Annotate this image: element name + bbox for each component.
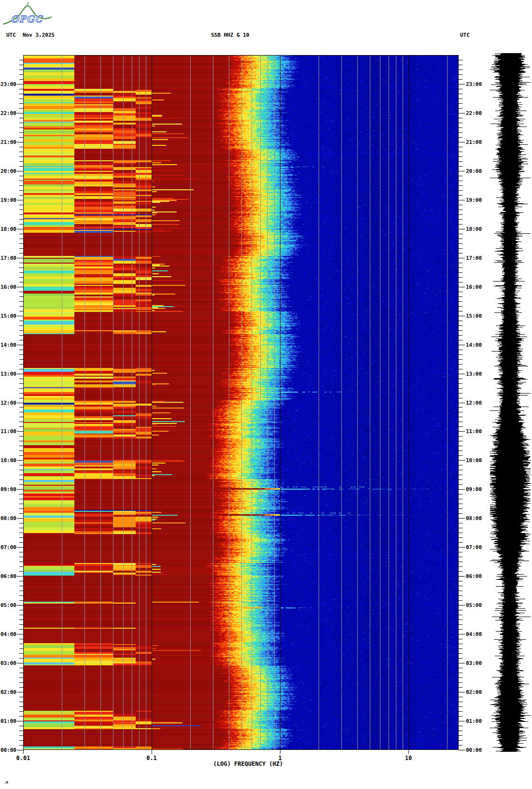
left-minor-tick: [19, 161, 23, 162]
left-major-tick: [17, 113, 23, 113]
right-major-tick: [459, 142, 465, 142]
left-major-tick: [17, 229, 23, 229]
right-minor-tick: [459, 668, 462, 668]
utc-label-left: UTC: [6, 32, 16, 38]
right-hour-label: 18:00: [466, 226, 482, 232]
left-minor-tick: [19, 682, 23, 683]
right-minor-tick: [459, 166, 462, 167]
left-minor-tick: [19, 706, 23, 707]
left-minor-tick: [19, 330, 23, 331]
right-hour-label: 17:00: [466, 255, 482, 261]
left-minor-tick: [19, 350, 23, 350]
right-minor-tick: [459, 557, 462, 557]
left-minor-tick: [19, 321, 23, 321]
right-major-tick: [459, 576, 465, 577]
left-minor-tick: [19, 243, 23, 244]
left-minor-tick: [19, 417, 23, 417]
right-minor-tick: [459, 219, 462, 220]
left-minor-tick: [19, 263, 23, 263]
right-minor-tick: [459, 210, 462, 210]
left-hour-label: 14:00: [0, 342, 16, 348]
right-minor-tick: [459, 706, 462, 707]
left-major-tick: [17, 142, 23, 142]
left-minor-tick: [19, 176, 23, 176]
left-hour-label: 00:00: [0, 747, 16, 753]
left-minor-tick: [19, 504, 23, 504]
left-minor-tick: [19, 185, 23, 186]
right-minor-tick: [459, 383, 462, 384]
left-minor-tick: [19, 272, 23, 273]
left-minor-tick: [19, 451, 23, 451]
left-minor-tick: [19, 745, 23, 746]
left-minor-tick: [19, 658, 23, 659]
right-major-tick: [459, 460, 465, 461]
left-hour-label: 07:00: [0, 545, 16, 550]
right-major-tick: [459, 345, 465, 345]
left-minor-tick: [19, 79, 23, 80]
left-minor-tick: [19, 152, 23, 152]
right-minor-tick: [459, 494, 462, 494]
right-hour-label: 02:00: [466, 690, 482, 695]
right-minor-tick: [459, 687, 462, 688]
left-minor-tick: [19, 311, 23, 311]
right-minor-tick: [459, 417, 462, 417]
right-minor-tick: [459, 335, 462, 336]
left-minor-tick: [19, 562, 23, 562]
right-minor-tick: [459, 740, 462, 741]
right-minor-tick: [459, 185, 462, 186]
right-minor-tick: [459, 214, 462, 215]
left-minor-tick: [19, 537, 23, 538]
right-minor-tick: [459, 118, 462, 118]
right-minor-tick: [459, 224, 462, 225]
left-major-tick: [17, 576, 23, 577]
right-hour-label: 13:00: [466, 371, 482, 377]
left-minor-tick: [19, 586, 23, 586]
right-minor-tick: [459, 340, 462, 340]
left-minor-tick: [19, 282, 23, 282]
left-minor-tick: [19, 731, 23, 731]
left-minor-tick: [19, 475, 23, 475]
left-minor-tick: [19, 137, 23, 138]
right-hour-label: 08:00: [466, 516, 482, 521]
right-minor-tick: [459, 398, 462, 398]
left-minor-tick: [19, 581, 23, 581]
left-major-tick: [17, 750, 23, 750]
x-axis-tick: [23, 750, 24, 754]
right-major-tick: [459, 750, 465, 750]
right-minor-tick: [459, 436, 462, 437]
right-major-tick: [459, 258, 465, 258]
left-major-tick: [17, 489, 23, 490]
right-hour-label: 03:00: [466, 661, 482, 666]
right-minor-tick: [459, 253, 462, 254]
right-minor-tick: [459, 268, 462, 268]
right-minor-tick: [459, 282, 462, 282]
left-minor-tick: [19, 248, 23, 249]
left-minor-tick: [19, 369, 23, 369]
right-minor-tick: [459, 306, 462, 307]
right-minor-tick: [459, 243, 462, 244]
left-minor-tick: [19, 595, 23, 596]
left-hour-label: 06:00: [0, 574, 16, 579]
right-hour-label: 16:00: [466, 284, 482, 290]
left-hour-label: 15:00: [0, 313, 16, 319]
left-hour-label: 01:00: [0, 719, 16, 724]
left-minor-tick: [19, 629, 23, 630]
right-minor-tick: [459, 697, 462, 697]
left-major-tick: [17, 345, 23, 345]
left-major-tick: [17, 171, 23, 171]
x-tick-label: 10: [393, 755, 424, 761]
right-minor-tick: [459, 615, 462, 615]
left-hour-label: 16:00: [0, 284, 16, 290]
right-minor-tick: [459, 726, 462, 726]
right-minor-tick: [459, 350, 462, 350]
left-minor-tick: [19, 103, 23, 104]
left-minor-tick: [19, 99, 23, 99]
right-minor-tick: [459, 566, 462, 567]
right-minor-tick: [459, 156, 462, 157]
right-minor-tick: [459, 89, 462, 89]
left-minor-tick: [19, 74, 23, 75]
x-tick-label: 0.01: [8, 755, 39, 761]
right-minor-tick: [459, 195, 462, 196]
right-minor-tick: [459, 103, 462, 104]
right-minor-tick: [459, 682, 462, 683]
